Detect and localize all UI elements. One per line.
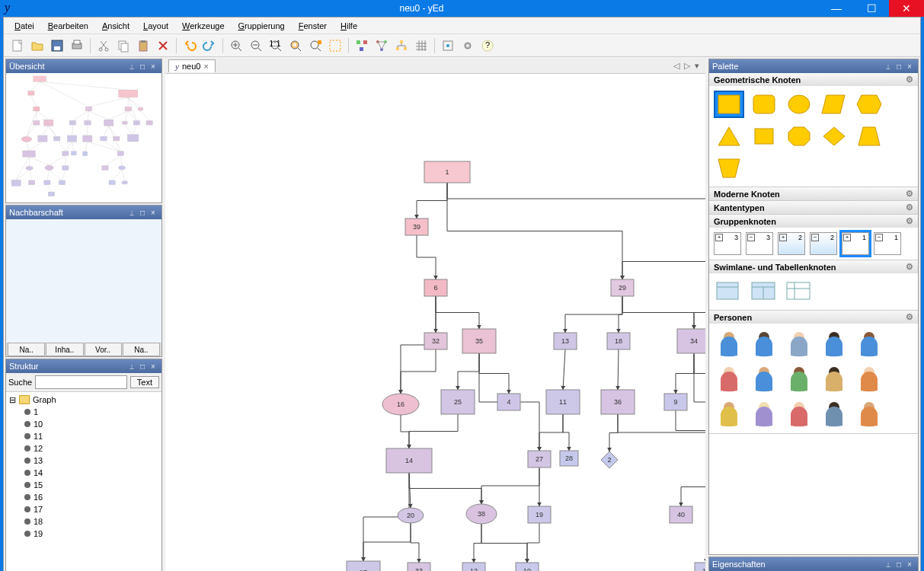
- groupnode-shape[interactable]: −1: [874, 232, 901, 255]
- gear-icon[interactable]: ⚙: [906, 203, 913, 212]
- shape-parallelogram[interactable]: [819, 91, 849, 118]
- person-shape[interactable]: [854, 398, 884, 429]
- tree-node[interactable]: 17: [9, 503, 158, 515]
- menu-bearbeiten[interactable]: Bearbeiten: [42, 20, 94, 32]
- tree-node[interactable]: 16: [9, 491, 158, 503]
- tab-close-icon[interactable]: ×: [203, 62, 208, 71]
- section-groups[interactable]: Gruppenknoten: [714, 217, 776, 226]
- print-icon[interactable]: [68, 37, 86, 55]
- menu-werkzeuge[interactable]: Werkzeuge: [176, 20, 230, 32]
- settings-icon[interactable]: [459, 37, 477, 55]
- groupnode-shape[interactable]: +1: [842, 232, 869, 255]
- snap-icon[interactable]: [439, 37, 457, 55]
- tree-node[interactable]: 15: [9, 479, 158, 491]
- swimlane-shape[interactable]: [714, 278, 744, 305]
- tree-node[interactable]: 10: [9, 418, 158, 430]
- section-edges[interactable]: Kantentypen: [714, 203, 765, 212]
- gear-icon[interactable]: ⚙: [906, 189, 913, 199]
- gear-icon[interactable]: ⚙: [906, 216, 913, 226]
- layout-3-icon[interactable]: [392, 37, 411, 55]
- tree-node[interactable]: 13: [9, 455, 158, 467]
- grid-icon[interactable]: [412, 37, 430, 55]
- overview-body[interactable]: [6, 73, 161, 203]
- shape-trapezoid2[interactable]: [714, 155, 744, 182]
- tree-node[interactable]: 1: [9, 406, 158, 418]
- section-modern[interactable]: Moderne Knoten: [714, 190, 780, 199]
- groupnode-shape[interactable]: +3: [714, 232, 741, 255]
- layout-2-icon[interactable]: [372, 37, 391, 55]
- tree-root[interactable]: ⊟Graph: [9, 394, 158, 406]
- paste-icon[interactable]: [134, 37, 152, 55]
- shape-ellipse[interactable]: [784, 91, 814, 118]
- panel-close-icon[interactable]: ×: [148, 361, 158, 372]
- left-tab[interactable]: Na..: [123, 343, 160, 356]
- panel-pin-icon[interactable]: ⟂: [126, 61, 137, 72]
- gear-icon[interactable]: ⚙: [906, 75, 913, 85]
- menu-ansicht[interactable]: Ansicht: [96, 20, 136, 32]
- shape-octagon[interactable]: [784, 123, 814, 150]
- table-shape[interactable]: [784, 278, 814, 305]
- panel-close-icon[interactable]: ×: [148, 61, 158, 72]
- groupnode-shape[interactable]: −2: [810, 232, 837, 255]
- section-persons[interactable]: Personen: [714, 313, 752, 322]
- shape-triangle[interactable]: [714, 123, 744, 150]
- person-shape[interactable]: [819, 328, 849, 359]
- swimlane-shape[interactable]: [749, 278, 779, 305]
- new-file-icon[interactable]: [8, 37, 27, 55]
- help-icon[interactable]: ?: [478, 37, 497, 55]
- panel-pin-icon[interactable]: ⟂: [126, 361, 137, 372]
- left-tab[interactable]: Vor..: [85, 343, 122, 356]
- panel-close-icon[interactable]: ×: [148, 207, 158, 218]
- person-shape[interactable]: [854, 363, 884, 394]
- menu-hilfe[interactable]: Hilfe: [334, 20, 363, 32]
- groupnode-shape[interactable]: −3: [746, 232, 773, 255]
- tree-node[interactable]: 12: [9, 442, 158, 455]
- tab-list-icon[interactable]: ▾: [695, 61, 699, 71]
- tree-node[interactable]: 11: [9, 430, 158, 442]
- person-shape[interactable]: [784, 328, 814, 359]
- menu-gruppierung[interactable]: Gruppierung: [232, 20, 291, 32]
- cut-icon[interactable]: [94, 37, 113, 55]
- person-shape[interactable]: [749, 328, 779, 359]
- tree-node[interactable]: 18: [9, 515, 158, 528]
- person-shape[interactable]: [819, 398, 849, 429]
- panel-max-icon[interactable]: □: [894, 61, 904, 72]
- panel-pin-icon[interactable]: ⟂: [883, 61, 894, 72]
- tab-next-icon[interactable]: ▷: [684, 61, 690, 71]
- menu-datei[interactable]: Datei: [8, 20, 40, 32]
- zoom-11-icon[interactable]: 1:1: [267, 37, 285, 55]
- person-shape[interactable]: [714, 328, 744, 359]
- left-tab[interactable]: Na..: [8, 343, 45, 356]
- panel-max-icon[interactable]: □: [137, 361, 148, 372]
- save-file-icon[interactable]: [48, 37, 66, 55]
- zoom-area-icon[interactable]: [306, 37, 325, 55]
- graph-canvas[interactable]: 1397629533235131834312430162541136937231…: [165, 74, 705, 571]
- shape-square3d[interactable]: [749, 123, 779, 150]
- undo-icon[interactable]: [181, 37, 199, 55]
- gear-icon[interactable]: ⚙: [906, 312, 913, 322]
- person-shape[interactable]: [854, 328, 884, 359]
- zoom-fit-icon[interactable]: [286, 37, 305, 55]
- left-tab[interactable]: Inha..: [46, 343, 83, 356]
- open-file-icon[interactable]: [28, 37, 46, 55]
- groupnode-shape[interactable]: +2: [778, 232, 805, 255]
- menu-fenster[interactable]: Fenster: [293, 20, 333, 32]
- tree-node[interactable]: 19: [9, 528, 158, 540]
- person-shape[interactable]: [749, 398, 779, 429]
- zoom-in-icon[interactable]: [227, 37, 245, 55]
- panel-close-icon[interactable]: ×: [904, 559, 915, 569]
- person-shape[interactable]: [714, 398, 744, 429]
- section-swim[interactable]: Swimlane- und Tabellenknoten: [714, 263, 836, 272]
- person-shape[interactable]: [784, 363, 814, 394]
- search-text-button[interactable]: Text: [130, 376, 159, 388]
- panel-pin-icon[interactable]: ⟂: [883, 559, 894, 569]
- shape-roundrect[interactable]: [749, 91, 779, 118]
- gear-icon[interactable]: ⚙: [906, 262, 913, 272]
- shape-diamond[interactable]: [819, 123, 849, 150]
- tree-node[interactable]: 14: [9, 467, 158, 479]
- person-shape[interactable]: [714, 363, 744, 394]
- panel-max-icon[interactable]: □: [894, 559, 904, 569]
- maximize-button[interactable]: ☐: [854, 0, 889, 17]
- person-shape[interactable]: [749, 363, 779, 394]
- tab-prev-icon[interactable]: ◁: [673, 61, 679, 71]
